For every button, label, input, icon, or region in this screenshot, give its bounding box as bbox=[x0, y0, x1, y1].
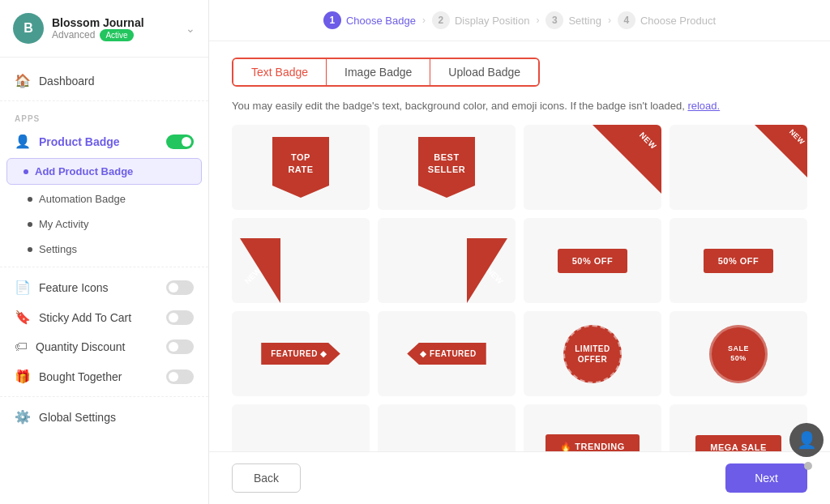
settings-icon: ⚙️ bbox=[15, 409, 31, 425]
badge-shape: MEGA SALE bbox=[695, 435, 781, 452]
step-4: 4 Choose Product bbox=[618, 11, 716, 29]
sidebar-item-my-activity[interactable]: My Activity bbox=[0, 211, 208, 237]
tab-image-badge[interactable]: Image Badge bbox=[327, 59, 430, 85]
dot-icon bbox=[28, 247, 32, 252]
sidebar-nav: 🏠 Dashboard APPS 👤 Product Badge Add Pro… bbox=[0, 58, 208, 440]
avatar: B bbox=[13, 13, 44, 44]
step-2: 2 Display Position bbox=[432, 11, 530, 29]
sidebar-item-feature-icons[interactable]: 📄 Feature Icons bbox=[0, 272, 208, 302]
tab-upload-badge[interactable]: Upload Badge bbox=[430, 59, 538, 85]
info-text: You may easily edit the badge's text, ba… bbox=[232, 100, 807, 112]
arrow-icon: › bbox=[608, 15, 611, 26]
badge-featured-1[interactable]: FEATURED ◆ bbox=[232, 311, 370, 396]
sidebar-item-label: Product Badge bbox=[39, 135, 120, 148]
sidebar-divider bbox=[0, 267, 208, 267]
product-badge-toggle[interactable] bbox=[166, 135, 194, 149]
badge-50off-2[interactable]: 50% OFF bbox=[670, 218, 807, 303]
sidebar-item-label: Sticky Add To Cart bbox=[39, 311, 131, 324]
sidebar-divider bbox=[0, 100, 208, 101]
document-icon: 📄 bbox=[15, 280, 31, 295]
feature-icons-toggle[interactable] bbox=[166, 280, 194, 295]
store-name: Blossom Journal bbox=[52, 16, 178, 29]
arrow-icon: › bbox=[536, 15, 539, 26]
sidebar-item-label: Dashboard bbox=[39, 75, 95, 88]
tab-text-badge[interactable]: Text Badge bbox=[233, 59, 327, 85]
badge-tabs: Text Badge Image Badge Upload Badge bbox=[232, 58, 540, 87]
sidebar-subitem-label: Settings bbox=[39, 243, 77, 255]
home-icon: 🏠 bbox=[15, 73, 31, 88]
badge-new-pennant-2[interactable]: NEW bbox=[378, 218, 516, 303]
badge-mega-sale[interactable]: MEGA SALE bbox=[670, 404, 807, 451]
floating-avatar[interactable]: 👤 bbox=[789, 423, 824, 457]
apps-label: APPS bbox=[0, 106, 208, 126]
badge-top[interactable]: TOP bbox=[378, 404, 516, 451]
sidebar-divider bbox=[0, 396, 208, 397]
sidebar-item-label: Quantity Discount bbox=[36, 340, 126, 353]
step-2-label: Display Position bbox=[455, 15, 530, 27]
next-button[interactable]: Next bbox=[725, 463, 807, 493]
badge-top-rate[interactable]: TOPRATE bbox=[232, 125, 370, 210]
step-1-label: Choose Badge bbox=[346, 15, 416, 27]
badge-grid: TOPRATE BESTSELLER NEW NEW NEW NEW bbox=[232, 125, 807, 451]
arrow-icon: › bbox=[422, 15, 426, 26]
badge-shape: 🔥 TRENDING bbox=[545, 434, 640, 451]
sidebar-subitem-label: My Activity bbox=[39, 218, 88, 230]
quantity-toggle[interactable] bbox=[166, 340, 194, 354]
tag-icon: 🏷 bbox=[15, 340, 28, 354]
stepper-bar: 1 Choose Badge › 2 Display Position › 3 … bbox=[209, 0, 830, 41]
avatar-icon: 👤 bbox=[797, 430, 817, 450]
badge-sale-50[interactable]: SALE50% bbox=[670, 311, 807, 396]
step-4-num: 4 bbox=[618, 11, 635, 29]
product-badge-subitems: Add Product Badge Automation Badge My Ac… bbox=[0, 158, 208, 262]
step-1: 1 Choose Badge bbox=[323, 11, 416, 29]
step-2-num: 2 bbox=[432, 11, 450, 29]
sidebar-item-add-product-badge[interactable]: Add Product Badge bbox=[6, 158, 202, 185]
badge-new-pennant-1[interactable]: NEW bbox=[232, 218, 370, 303]
badge-shape: 50% OFF bbox=[704, 249, 774, 273]
sidebar-subitem-label: Automation Badge bbox=[39, 193, 126, 205]
gift-icon: 🎁 bbox=[15, 369, 31, 384]
badge-shape: SALE50% bbox=[709, 325, 768, 383]
badge-new-corner-2[interactable]: NEW bbox=[670, 125, 807, 210]
dot-icon bbox=[28, 197, 32, 202]
badge-50off-1[interactable]: 50% OFF bbox=[524, 218, 661, 303]
active-badge: Active bbox=[100, 29, 133, 41]
content-area: Text Badge Image Badge Upload Badge You … bbox=[209, 41, 830, 451]
bookmark-icon: 🔖 bbox=[15, 310, 31, 325]
sidebar-item-automation-badge[interactable]: Automation Badge bbox=[0, 186, 208, 211]
sidebar-item-quantity-discount[interactable]: 🏷 Quantity Discount bbox=[0, 332, 208, 361]
sidebar-item-global-settings[interactable]: ⚙️ Global Settings bbox=[0, 402, 208, 432]
sticky-toggle[interactable] bbox=[166, 310, 194, 325]
reload-link[interactable]: reload. bbox=[687, 100, 720, 112]
sidebar-item-label: Global Settings bbox=[39, 411, 116, 424]
badge-shape: BESTSELLER bbox=[418, 137, 475, 198]
user-icon: 👤 bbox=[15, 134, 31, 149]
badge-trending[interactable]: 🔥 TRENDING bbox=[524, 404, 661, 451]
bottom-bar: Back Next bbox=[209, 451, 830, 504]
sidebar-item-label: Bought Together bbox=[39, 370, 122, 383]
sidebar-item-settings[interactable]: Settings bbox=[0, 237, 208, 262]
sidebar-item-sticky-add-to-cart[interactable]: 🔖 Sticky Add To Cart bbox=[0, 302, 208, 332]
badge-shape: ◆ FEATURED bbox=[407, 343, 486, 365]
badge-shape: 50% OFF bbox=[558, 249, 628, 273]
badge-sale[interactable]: SALE bbox=[232, 404, 370, 451]
sidebar-item-bought-together[interactable]: 🎁 Bought Together bbox=[0, 361, 208, 391]
badge-new-corner-1[interactable]: NEW bbox=[524, 125, 661, 210]
dot-icon bbox=[24, 169, 28, 174]
sidebar-item-product-badge[interactable]: 👤 Product Badge bbox=[0, 126, 208, 156]
dot-icon bbox=[28, 222, 32, 227]
badge-shape bbox=[755, 125, 807, 177]
step-3-label: Setting bbox=[568, 15, 601, 27]
chevron-down-icon[interactable]: ⌄ bbox=[186, 22, 195, 35]
badge-best-seller[interactable]: BESTSELLER bbox=[378, 125, 516, 210]
badge-featured-2[interactable]: ◆ FEATURED bbox=[378, 311, 516, 396]
badge-shape bbox=[593, 125, 661, 194]
bought-together-toggle[interactable] bbox=[166, 369, 194, 384]
store-plan: Advanced Active bbox=[52, 29, 178, 41]
sidebar-header[interactable]: B Blossom Journal Advanced Active ⌄ bbox=[0, 0, 208, 58]
sidebar-item-dashboard[interactable]: 🏠 Dashboard bbox=[0, 66, 208, 96]
badge-limited-offer[interactable]: LIMITEDOFFER bbox=[524, 311, 661, 396]
badge-shape: TOPRATE bbox=[272, 137, 329, 198]
back-button[interactable]: Back bbox=[232, 463, 301, 493]
step-1-num: 1 bbox=[323, 11, 341, 29]
